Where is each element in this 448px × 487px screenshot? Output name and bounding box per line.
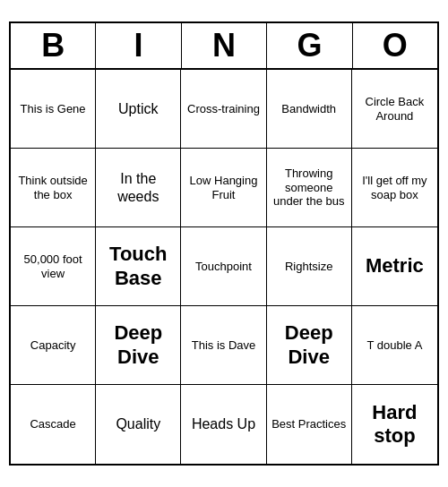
bingo-cell-20: Cascade	[11, 385, 96, 464]
header-letter-g: G	[267, 23, 352, 68]
bingo-cell-7: Low Hanging Fruit	[181, 149, 266, 227]
bingo-cell-10: 50,000 foot view	[11, 227, 96, 306]
bingo-cell-0: This is Gene	[11, 70, 96, 149]
bingo-cell-17: This is Dave	[181, 306, 266, 385]
bingo-cell-14: Metric	[352, 227, 437, 306]
bingo-cell-24: Hard stop	[352, 385, 437, 464]
bingo-cell-13: Rightsize	[267, 227, 352, 306]
bingo-cell-1: Uptick	[96, 70, 181, 149]
bingo-cell-11: Touch Base	[96, 227, 181, 306]
bingo-header: BINGO	[11, 23, 437, 70]
bingo-cell-19: T double A	[352, 306, 437, 385]
bingo-cell-22: Heads Up	[181, 385, 266, 464]
bingo-cell-2: Cross-training	[181, 70, 266, 149]
bingo-cell-4: Circle Back Around	[352, 70, 437, 149]
bingo-cell-6: In the weeds	[96, 149, 181, 227]
header-letter-n: N	[182, 23, 267, 68]
bingo-cell-5: Think outside the box	[11, 149, 96, 227]
bingo-grid: This is GeneUptickCross-trainingBandwidt…	[11, 70, 437, 464]
bingo-cell-23: Best Practices	[267, 385, 352, 464]
header-letter-b: B	[11, 23, 96, 68]
bingo-cell-8: Throwing someone under the bus	[267, 149, 352, 227]
bingo-cell-15: Capacity	[11, 306, 96, 385]
bingo-cell-18: Deep Dive	[267, 306, 352, 385]
bingo-cell-9: I'll get off my soap box	[352, 149, 437, 227]
bingo-cell-16: Deep Dive	[96, 306, 181, 385]
bingo-card: BINGO This is GeneUptickCross-trainingBa…	[9, 21, 439, 466]
header-letter-o: O	[353, 23, 437, 68]
header-letter-i: I	[96, 23, 181, 68]
bingo-cell-3: Bandwidth	[267, 70, 352, 149]
bingo-cell-21: Quality	[96, 385, 181, 464]
bingo-cell-12: Touchpoint	[181, 227, 266, 306]
